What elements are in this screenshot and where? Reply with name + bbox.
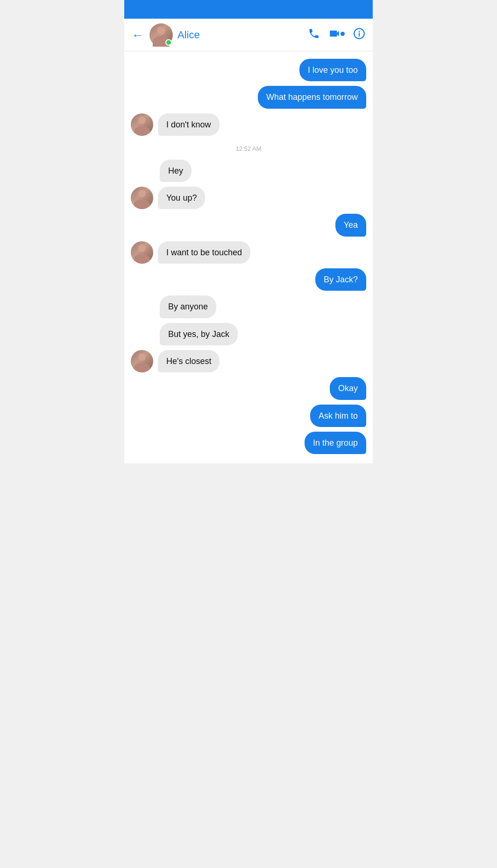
message-row: By anyone [131,295,366,318]
message-row: But yes, by Jack [131,323,366,345]
contact-name[interactable]: Alice [178,29,308,41]
message-row: I love you too [131,59,366,81]
message-row: Yea [131,214,366,236]
sender-avatar [131,113,153,136]
message-row: I want to be touched [131,241,366,264]
message-bubble: But yes, by Jack [160,323,238,345]
sender-avatar [131,187,153,209]
message-timestamp: 12:52 AM [131,145,366,152]
message-row: By Jack? [131,268,366,291]
message-bubble: Hey [160,160,192,182]
header-action-icons [308,28,365,42]
chat-area: I love you too What happens tomorrow I d… [124,51,373,463]
sender-avatar [131,241,153,264]
message-bubble: Okay [330,377,366,399]
message-bubble: What happens tomorrow [258,86,366,108]
message-bubble: Yea [335,214,366,236]
chat-header: ← Alice [124,19,373,51]
message-row: Okay [131,377,366,399]
message-bubble: In the group [305,432,366,454]
message-row: What happens tomorrow [131,86,366,108]
contact-avatar-container[interactable] [149,23,173,47]
video-dot [341,32,345,36]
message-row: He's closest [131,350,366,372]
message-row: I don't know [131,113,366,136]
message-row: Ask him to [131,405,366,427]
phone-icon[interactable] [308,28,320,42]
message-row: You up? [131,187,366,209]
sender-avatar [131,350,153,372]
message-row: Hey [131,160,366,182]
message-bubble: You up? [158,187,205,209]
online-status-dot [165,39,172,46]
status-bar [124,0,373,19]
message-bubble: Ask him to [310,405,366,427]
message-bubble: I love you too [299,59,366,81]
message-bubble: I don't know [158,113,220,136]
message-bubble: He's closest [158,350,220,372]
message-bubble: I want to be touched [158,241,250,264]
message-row: In the group [131,432,366,454]
message-bubble: By Jack? [315,268,366,291]
message-bubble: By anyone [160,295,216,318]
back-button[interactable]: ← [132,29,144,41]
info-icon[interactable] [353,28,365,42]
video-icon[interactable] [328,28,345,42]
